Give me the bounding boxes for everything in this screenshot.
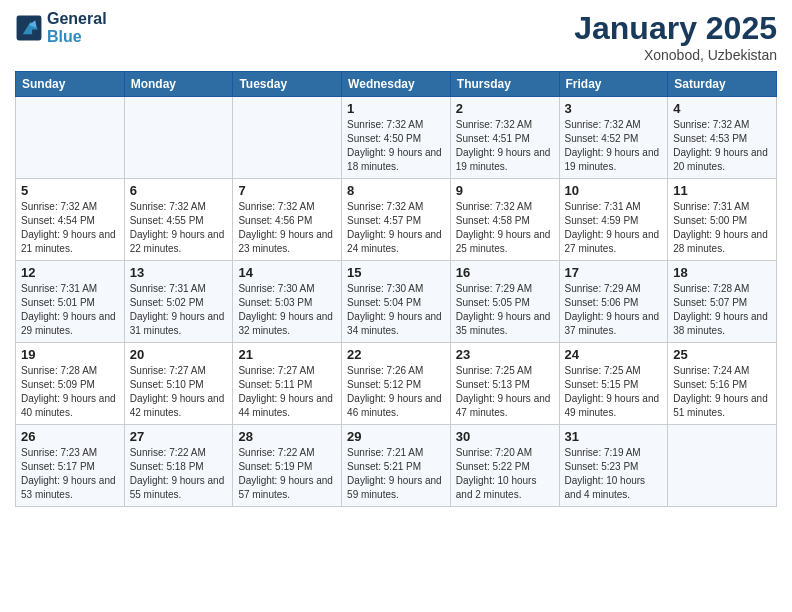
day-detail: Sunrise: 7:27 AMSunset: 5:10 PMDaylight:… [130, 364, 228, 420]
day-detail: Sunrise: 7:25 AMSunset: 5:15 PMDaylight:… [565, 364, 663, 420]
weekday-header-thursday: Thursday [450, 72, 559, 97]
day-detail: Sunrise: 7:21 AMSunset: 5:21 PMDaylight:… [347, 446, 445, 502]
day-detail: Sunrise: 7:29 AMSunset: 5:06 PMDaylight:… [565, 282, 663, 338]
day-number: 4 [673, 101, 771, 116]
day-detail: Sunrise: 7:31 AMSunset: 5:00 PMDaylight:… [673, 200, 771, 256]
day-cell: 27Sunrise: 7:22 AMSunset: 5:18 PMDayligh… [124, 425, 233, 507]
day-detail: Sunrise: 7:28 AMSunset: 5:07 PMDaylight:… [673, 282, 771, 338]
day-cell: 13Sunrise: 7:31 AMSunset: 5:02 PMDayligh… [124, 261, 233, 343]
weekday-header-row: SundayMondayTuesdayWednesdayThursdayFrid… [16, 72, 777, 97]
day-number: 10 [565, 183, 663, 198]
day-cell [233, 97, 342, 179]
day-cell: 12Sunrise: 7:31 AMSunset: 5:01 PMDayligh… [16, 261, 125, 343]
day-detail: Sunrise: 7:24 AMSunset: 5:16 PMDaylight:… [673, 364, 771, 420]
day-cell: 7Sunrise: 7:32 AMSunset: 4:56 PMDaylight… [233, 179, 342, 261]
day-cell: 29Sunrise: 7:21 AMSunset: 5:21 PMDayligh… [342, 425, 451, 507]
day-number: 13 [130, 265, 228, 280]
day-number: 25 [673, 347, 771, 362]
day-detail: Sunrise: 7:22 AMSunset: 5:19 PMDaylight:… [238, 446, 336, 502]
day-detail: Sunrise: 7:27 AMSunset: 5:11 PMDaylight:… [238, 364, 336, 420]
week-row-2: 5Sunrise: 7:32 AMSunset: 4:54 PMDaylight… [16, 179, 777, 261]
day-detail: Sunrise: 7:26 AMSunset: 5:12 PMDaylight:… [347, 364, 445, 420]
day-cell: 17Sunrise: 7:29 AMSunset: 5:06 PMDayligh… [559, 261, 668, 343]
day-number: 16 [456, 265, 554, 280]
day-number: 24 [565, 347, 663, 362]
location: Xonobod, Uzbekistan [574, 47, 777, 63]
day-cell: 25Sunrise: 7:24 AMSunset: 5:16 PMDayligh… [668, 343, 777, 425]
week-row-1: 1Sunrise: 7:32 AMSunset: 4:50 PMDaylight… [16, 97, 777, 179]
calendar: SundayMondayTuesdayWednesdayThursdayFrid… [15, 71, 777, 507]
day-detail: Sunrise: 7:31 AMSunset: 5:02 PMDaylight:… [130, 282, 228, 338]
header: General Blue January 2025 Xonobod, Uzbek… [15, 10, 777, 63]
day-cell [668, 425, 777, 507]
day-number: 21 [238, 347, 336, 362]
day-cell: 24Sunrise: 7:25 AMSunset: 5:15 PMDayligh… [559, 343, 668, 425]
day-detail: Sunrise: 7:31 AMSunset: 5:01 PMDaylight:… [21, 282, 119, 338]
day-detail: Sunrise: 7:29 AMSunset: 5:05 PMDaylight:… [456, 282, 554, 338]
day-number: 17 [565, 265, 663, 280]
day-detail: Sunrise: 7:22 AMSunset: 5:18 PMDaylight:… [130, 446, 228, 502]
day-number: 27 [130, 429, 228, 444]
day-number: 6 [130, 183, 228, 198]
weekday-header-saturday: Saturday [668, 72, 777, 97]
day-cell: 10Sunrise: 7:31 AMSunset: 4:59 PMDayligh… [559, 179, 668, 261]
day-number: 9 [456, 183, 554, 198]
day-cell: 5Sunrise: 7:32 AMSunset: 4:54 PMDaylight… [16, 179, 125, 261]
day-cell: 16Sunrise: 7:29 AMSunset: 5:05 PMDayligh… [450, 261, 559, 343]
day-number: 8 [347, 183, 445, 198]
day-number: 26 [21, 429, 119, 444]
logo-area: General Blue [15, 10, 107, 45]
day-detail: Sunrise: 7:32 AMSunset: 4:53 PMDaylight:… [673, 118, 771, 174]
day-cell: 31Sunrise: 7:19 AMSunset: 5:23 PMDayligh… [559, 425, 668, 507]
day-cell: 14Sunrise: 7:30 AMSunset: 5:03 PMDayligh… [233, 261, 342, 343]
day-cell: 9Sunrise: 7:32 AMSunset: 4:58 PMDaylight… [450, 179, 559, 261]
day-number: 22 [347, 347, 445, 362]
day-number: 29 [347, 429, 445, 444]
day-cell: 30Sunrise: 7:20 AMSunset: 5:22 PMDayligh… [450, 425, 559, 507]
logo-text: General Blue [47, 10, 107, 45]
day-number: 7 [238, 183, 336, 198]
day-number: 5 [21, 183, 119, 198]
title-area: January 2025 Xonobod, Uzbekistan [574, 10, 777, 63]
week-row-4: 19Sunrise: 7:28 AMSunset: 5:09 PMDayligh… [16, 343, 777, 425]
day-detail: Sunrise: 7:32 AMSunset: 4:57 PMDaylight:… [347, 200, 445, 256]
day-number: 12 [21, 265, 119, 280]
day-cell [16, 97, 125, 179]
day-cell: 6Sunrise: 7:32 AMSunset: 4:55 PMDaylight… [124, 179, 233, 261]
day-cell: 18Sunrise: 7:28 AMSunset: 5:07 PMDayligh… [668, 261, 777, 343]
day-number: 23 [456, 347, 554, 362]
day-detail: Sunrise: 7:20 AMSunset: 5:22 PMDaylight:… [456, 446, 554, 502]
day-number: 28 [238, 429, 336, 444]
day-detail: Sunrise: 7:32 AMSunset: 4:56 PMDaylight:… [238, 200, 336, 256]
day-detail: Sunrise: 7:19 AMSunset: 5:23 PMDaylight:… [565, 446, 663, 502]
day-number: 19 [21, 347, 119, 362]
day-cell: 3Sunrise: 7:32 AMSunset: 4:52 PMDaylight… [559, 97, 668, 179]
weekday-header-sunday: Sunday [16, 72, 125, 97]
day-cell: 23Sunrise: 7:25 AMSunset: 5:13 PMDayligh… [450, 343, 559, 425]
day-cell: 26Sunrise: 7:23 AMSunset: 5:17 PMDayligh… [16, 425, 125, 507]
day-detail: Sunrise: 7:23 AMSunset: 5:17 PMDaylight:… [21, 446, 119, 502]
day-number: 31 [565, 429, 663, 444]
week-row-5: 26Sunrise: 7:23 AMSunset: 5:17 PMDayligh… [16, 425, 777, 507]
day-number: 11 [673, 183, 771, 198]
day-cell: 15Sunrise: 7:30 AMSunset: 5:04 PMDayligh… [342, 261, 451, 343]
day-cell: 28Sunrise: 7:22 AMSunset: 5:19 PMDayligh… [233, 425, 342, 507]
logo-icon [15, 14, 43, 42]
day-number: 14 [238, 265, 336, 280]
day-detail: Sunrise: 7:31 AMSunset: 4:59 PMDaylight:… [565, 200, 663, 256]
weekday-header-monday: Monday [124, 72, 233, 97]
day-detail: Sunrise: 7:32 AMSunset: 4:52 PMDaylight:… [565, 118, 663, 174]
day-cell: 1Sunrise: 7:32 AMSunset: 4:50 PMDaylight… [342, 97, 451, 179]
day-detail: Sunrise: 7:30 AMSunset: 5:03 PMDaylight:… [238, 282, 336, 338]
day-detail: Sunrise: 7:32 AMSunset: 4:55 PMDaylight:… [130, 200, 228, 256]
day-cell: 22Sunrise: 7:26 AMSunset: 5:12 PMDayligh… [342, 343, 451, 425]
day-cell: 8Sunrise: 7:32 AMSunset: 4:57 PMDaylight… [342, 179, 451, 261]
day-cell: 2Sunrise: 7:32 AMSunset: 4:51 PMDaylight… [450, 97, 559, 179]
page: General Blue January 2025 Xonobod, Uzbek… [0, 0, 792, 522]
day-cell: 21Sunrise: 7:27 AMSunset: 5:11 PMDayligh… [233, 343, 342, 425]
day-number: 3 [565, 101, 663, 116]
day-detail: Sunrise: 7:32 AMSunset: 4:54 PMDaylight:… [21, 200, 119, 256]
month-title: January 2025 [574, 10, 777, 47]
day-detail: Sunrise: 7:32 AMSunset: 4:51 PMDaylight:… [456, 118, 554, 174]
day-detail: Sunrise: 7:32 AMSunset: 4:50 PMDaylight:… [347, 118, 445, 174]
